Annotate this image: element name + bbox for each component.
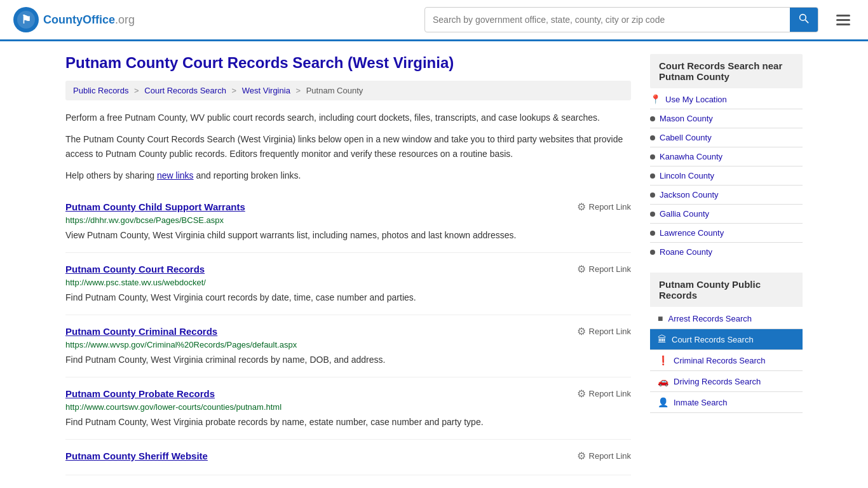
inmate-icon: 👤 bbox=[658, 397, 668, 407]
result-title[interactable]: Putnam County Court Records bbox=[65, 264, 205, 274]
logo-icon: ⚑ bbox=[13, 6, 39, 33]
desc3-prefix: Help others by sharing bbox=[65, 170, 157, 180]
sidebar-county-jackson[interactable]: Jackson County bbox=[650, 186, 803, 205]
breadcrumb-sep-3: > bbox=[295, 86, 301, 95]
report-label: Report Link bbox=[589, 327, 631, 336]
pub-link-arrest[interactable]: ■ Arrest Records Search bbox=[650, 308, 803, 329]
breadcrumb: Public Records > Court Records Search > … bbox=[65, 81, 631, 100]
report-link[interactable]: ⚙ Report Link bbox=[577, 450, 631, 462]
result-header: Putnam County Court Records ⚙ Report Lin… bbox=[65, 263, 631, 275]
county-dot-icon bbox=[650, 116, 655, 121]
report-icon: ⚙ bbox=[577, 201, 586, 213]
result-title[interactable]: Putnam County Sheriff Website bbox=[65, 451, 208, 461]
pub-link-label: Court Records Search bbox=[672, 335, 754, 344]
breadcrumb-sep-1: > bbox=[134, 86, 139, 95]
result-desc: Find Putnam County, West Virginia crimin… bbox=[65, 353, 631, 367]
result-item: Putnam County Court Records ⚙ Report Lin… bbox=[65, 253, 631, 315]
county-dot-icon bbox=[650, 250, 655, 255]
pub-link-criminal[interactable]: ❗ Criminal Records Search bbox=[650, 350, 803, 371]
county-label: Cabell County bbox=[660, 133, 712, 142]
county-dot-icon bbox=[650, 154, 655, 159]
sidebar-county-roane[interactable]: Roane County bbox=[650, 243, 803, 261]
search-button[interactable] bbox=[790, 8, 818, 32]
header: ⚑ CountyOffice.org bbox=[0, 0, 868, 41]
result-title[interactable]: Putnam County Probate Records bbox=[65, 388, 215, 399]
result-header: Putnam County Sheriff Website ⚙ Report L… bbox=[65, 450, 631, 462]
logo-suffix: .org bbox=[115, 13, 135, 26]
result-header: Putnam County Criminal Records ⚙ Report … bbox=[65, 325, 631, 337]
public-links-list: ■ Arrest Records Search 🏛 Court Records … bbox=[650, 308, 803, 413]
result-item: Putnam County Child Support Warrants ⚙ R… bbox=[65, 191, 631, 253]
breadcrumb-west-virginia[interactable]: West Virginia bbox=[242, 86, 290, 95]
breadcrumb-sep-2: > bbox=[232, 86, 237, 95]
use-my-location-link[interactable]: 📍 Use My Location bbox=[650, 90, 803, 109]
description-2: The Putnam County Court Records Search (… bbox=[65, 132, 631, 161]
search-icon bbox=[799, 13, 809, 24]
report-link[interactable]: ⚙ Report Link bbox=[577, 388, 631, 400]
breadcrumb-current: Putnam County bbox=[306, 86, 363, 95]
sidebar-county-cabell[interactable]: Cabell County bbox=[650, 128, 803, 147]
result-item: Putnam County Probate Records ⚙ Report L… bbox=[65, 377, 631, 440]
result-url[interactable]: http://www.psc.state.wv.us/webdocket/ bbox=[65, 278, 631, 287]
sidebar-county-mason[interactable]: Mason County bbox=[650, 109, 803, 128]
report-icon: ⚙ bbox=[577, 388, 586, 400]
county-dot-icon bbox=[650, 212, 655, 217]
sidebar: Court Records Search near Putnam County … bbox=[650, 54, 803, 475]
new-links-link[interactable]: new links bbox=[157, 170, 194, 180]
report-label: Report Link bbox=[589, 451, 631, 461]
result-title[interactable]: Putnam County Criminal Records bbox=[65, 326, 217, 337]
result-url[interactable]: https://dhhr.wv.gov/bcse/Pages/BCSE.aspx bbox=[65, 215, 631, 225]
nearby-title-text: Court Records Search near bbox=[659, 60, 782, 71]
report-link[interactable]: ⚙ Report Link bbox=[577, 263, 631, 275]
nearby-section-header: Court Records Search near Putnam County bbox=[650, 54, 803, 88]
result-url[interactable]: http://www.courtswv.gov/lower-courts/cou… bbox=[65, 402, 631, 412]
county-dot-icon bbox=[650, 173, 655, 179]
result-title[interactable]: Putnam County Child Support Warrants bbox=[65, 201, 245, 212]
pub-link-inmate[interactable]: 👤 Inmate Search bbox=[650, 392, 803, 413]
sidebar-county-kanawha[interactable]: Kanawha County bbox=[650, 147, 803, 166]
county-dot-icon bbox=[650, 193, 655, 198]
county-label: Lincoln County bbox=[660, 171, 714, 180]
pub-link-driving[interactable]: 🚗 Driving Records Search bbox=[650, 371, 803, 392]
page-title: Putnam County Court Records Search (West… bbox=[65, 54, 631, 72]
search-bar bbox=[424, 7, 818, 32]
svg-line-4 bbox=[805, 20, 808, 23]
logo-link[interactable]: ⚑ CountyOffice.org bbox=[13, 6, 135, 33]
breadcrumb-public-records[interactable]: Public Records bbox=[73, 86, 128, 95]
logo-name: CountyOffice bbox=[43, 13, 115, 26]
nearby-title: Court Records Search near Putnam County bbox=[659, 60, 794, 82]
breadcrumb-court-records[interactable]: Court Records Search bbox=[144, 86, 226, 95]
menu-button[interactable] bbox=[831, 12, 855, 28]
desc3-suffix: and reporting broken links. bbox=[194, 170, 301, 180]
content-area: Putnam County Court Records Search (West… bbox=[65, 54, 631, 475]
pub-link-label: Driving Records Search bbox=[674, 377, 761, 386]
result-item: Putnam County Criminal Records ⚙ Report … bbox=[65, 315, 631, 377]
report-label: Report Link bbox=[589, 389, 631, 398]
result-header: Putnam County Child Support Warrants ⚙ R… bbox=[65, 201, 631, 213]
pub-link-label: Criminal Records Search bbox=[674, 356, 766, 365]
use-my-location-label: Use My Location bbox=[665, 95, 727, 104]
svg-point-3 bbox=[800, 15, 806, 21]
result-header: Putnam County Probate Records ⚙ Report L… bbox=[65, 388, 631, 400]
sidebar-county-gallia[interactable]: Gallia County bbox=[650, 205, 803, 224]
report-label: Report Link bbox=[589, 264, 631, 274]
result-url[interactable]: https://www.wvsp.gov/Criminal%20Records/… bbox=[65, 340, 631, 349]
nearby-counties-list: 📍 Use My Location Mason County Cabell Co… bbox=[650, 90, 803, 261]
report-link[interactable]: ⚙ Report Link bbox=[577, 325, 631, 337]
report-icon: ⚙ bbox=[577, 325, 586, 337]
search-input[interactable] bbox=[425, 10, 790, 30]
county-label: Mason County bbox=[660, 114, 713, 123]
description-1: Perform a free Putnam County, WV public … bbox=[65, 111, 631, 125]
sidebar-county-lincoln[interactable]: Lincoln County bbox=[650, 166, 803, 186]
report-link[interactable]: ⚙ Report Link bbox=[577, 201, 631, 213]
county-dot-icon bbox=[650, 135, 655, 140]
svg-text:⚑: ⚑ bbox=[21, 13, 31, 26]
report-icon: ⚙ bbox=[577, 263, 586, 275]
county-label: Gallia County bbox=[660, 209, 709, 219]
public-records-section: Putnam County Public Records ■ Arrest Re… bbox=[650, 273, 803, 413]
menu-bar-1 bbox=[836, 15, 850, 17]
sidebar-county-lawrence[interactable]: Lawrence County bbox=[650, 224, 803, 243]
description-3: Help others by sharing new links and rep… bbox=[65, 168, 631, 182]
pub-link-court[interactable]: 🏛 Court Records Search bbox=[650, 329, 803, 350]
result-item: Putnam County Sheriff Website ⚙ Report L… bbox=[65, 440, 631, 475]
